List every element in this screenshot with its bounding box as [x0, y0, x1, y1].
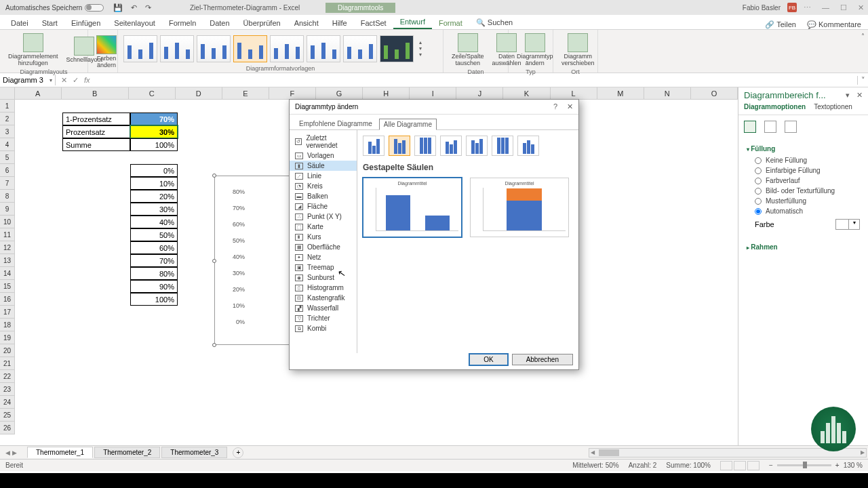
pane-task-dropdown-icon[interactable]: ▾	[846, 91, 850, 100]
subtype-clustered[interactable]	[363, 136, 384, 156]
style-gallery-more[interactable]: ▴▾▾	[419, 39, 422, 58]
subtype-100-stacked[interactable]	[414, 136, 436, 156]
subtype-3d-stacked[interactable]	[466, 136, 488, 156]
type-boxplot[interactable]: ⊟Kastengrafik	[290, 293, 357, 303]
autosave-toggle[interactable]	[85, 4, 104, 12]
dialog-tab-all[interactable]: Alle Diagramme	[379, 119, 437, 130]
view-page-layout-icon[interactable]	[734, 461, 746, 470]
type-area[interactable]: ◢Fläche	[290, 201, 357, 211]
radio-gradient-fill[interactable]: Farbverlauf	[747, 176, 860, 186]
type-templates[interactable]: ▭Vorlagen	[290, 150, 357, 161]
formula-input[interactable]	[96, 79, 857, 81]
share-button[interactable]: 🔗 Teilen	[765, 20, 796, 29]
change-colors-button[interactable]: Farben ändern	[94, 34, 119, 70]
expand-formula-bar-icon[interactable]: ˅	[857, 76, 868, 85]
chart-style-1[interactable]	[123, 35, 157, 62]
subtype-3d-column[interactable]	[517, 136, 539, 156]
radio-picture-fill[interactable]: Bild- oder Texturfüllung	[747, 186, 860, 196]
type-column[interactable]: ▮Säule	[290, 161, 357, 171]
comments-button[interactable]: 💬 Kommentare	[807, 20, 861, 29]
fx-icon[interactable]: fx	[84, 76, 90, 85]
cell-b3[interactable]: Prozentsatz	[62, 125, 130, 138]
tab-start[interactable]: Start	[35, 17, 64, 29]
undo-icon[interactable]: ↶	[131, 3, 137, 12]
search-tab[interactable]: 🔍 Suchen	[469, 16, 519, 29]
type-waterfall[interactable]: ▞Wasserfall	[290, 303, 357, 313]
size-props-icon[interactable]	[785, 121, 797, 133]
subtype-3d-100-stacked[interactable]	[492, 136, 513, 156]
dialog-tab-recommended[interactable]: Empfohlene Diagramme	[295, 119, 376, 130]
type-radar[interactable]: ✦Netz	[290, 252, 357, 262]
type-recent[interactable]: ↺Zuletzt verwendet	[290, 133, 357, 150]
fill-color-picker[interactable]: ▾	[835, 219, 860, 230]
cell-c16[interactable]: 100%	[130, 293, 178, 306]
zoom-slider[interactable]	[777, 464, 831, 466]
redo-icon[interactable]: ↷	[145, 3, 151, 12]
fill-line-icon[interactable]	[744, 121, 756, 133]
type-funnel[interactable]: ▽Trichter	[290, 313, 357, 323]
enter-fx-icon[interactable]: ✓	[73, 76, 79, 85]
tab-ueberpruefen[interactable]: Überprüfen	[237, 17, 288, 29]
chart-style-4[interactable]	[233, 35, 267, 62]
move-chart-button[interactable]: Diagramm verschieben	[559, 32, 597, 68]
tab-ansicht[interactable]: Ansicht	[288, 17, 326, 29]
name-box[interactable]: Diagramm 3▾	[0, 75, 56, 85]
sheet-tab-1[interactable]: Thermometer_1	[27, 447, 93, 458]
type-line[interactable]: ⟋Linie	[290, 171, 357, 181]
cell-c8[interactable]: 20%	[130, 190, 178, 203]
tab-format[interactable]: Format	[432, 17, 469, 29]
cell-b4[interactable]: Summe	[62, 138, 130, 151]
cell-c2[interactable]: 70%	[130, 113, 178, 125]
type-treemap[interactable]: ▣Treemap	[290, 262, 357, 272]
tab-formeln[interactable]: Formeln	[162, 17, 203, 29]
tab-entwurf[interactable]: Entwurf	[393, 16, 432, 29]
ribbon-options-icon[interactable]: ⋯	[804, 3, 811, 12]
type-pie[interactable]: ◔Kreis	[290, 181, 357, 191]
tab-datei[interactable]: Datei	[4, 17, 35, 29]
border-header[interactable]: Rahmen	[747, 241, 860, 253]
pane-close-icon[interactable]: ✕	[856, 91, 863, 100]
pane-tab-text-options[interactable]: Textoptionen	[814, 103, 852, 110]
chart-style-2[interactable]	[160, 35, 194, 62]
chart-preview-2[interactable]: Diagrammtitel	[470, 178, 569, 237]
cell-c13[interactable]: 70%	[130, 254, 178, 267]
cell-c7[interactable]: 10%	[130, 177, 178, 190]
cell-c10[interactable]: 40%	[130, 216, 178, 228]
view-normal-icon[interactable]	[720, 461, 732, 470]
chart-style-3[interactable]	[197, 35, 231, 62]
type-combo[interactable]: ⧉Kombi	[290, 323, 357, 333]
cell-c9[interactable]: 30%	[130, 203, 178, 216]
column-headers[interactable]: ABC DEF GHI JKL MNO	[0, 87, 738, 100]
effects-icon[interactable]	[764, 121, 776, 133]
cell-c3[interactable]: 30%	[130, 125, 178, 138]
zoom-level[interactable]: 130 %	[844, 462, 863, 469]
ok-button[interactable]: OK	[469, 354, 507, 365]
maximize-icon[interactable]: ☐	[840, 3, 847, 12]
subtype-stacked[interactable]	[389, 136, 410, 156]
fill-header[interactable]: Füllung	[747, 142, 860, 155]
tab-daten[interactable]: Daten	[203, 17, 236, 29]
save-icon[interactable]: 💾	[113, 3, 123, 12]
view-page-break-icon[interactable]	[747, 461, 760, 470]
cancel-button[interactable]: Abbrechen	[512, 354, 573, 365]
tab-factset[interactable]: FactSet	[354, 17, 393, 29]
tab-seitenlayout[interactable]: Seitenlayout	[107, 17, 162, 29]
row-headers[interactable]: 1234567891011121314151617181920212223242…	[0, 100, 15, 434]
add-sheet-button[interactable]: +	[233, 447, 243, 458]
zoom-out-icon[interactable]: −	[769, 462, 773, 469]
cell-c12[interactable]: 60%	[130, 241, 178, 254]
cell-c11[interactable]: 50%	[130, 228, 178, 241]
collapse-ribbon-icon[interactable]: ˄	[857, 30, 868, 73]
user-name[interactable]: Fabio Basler	[743, 4, 781, 12]
type-map[interactable]: ⬚Karte	[290, 222, 357, 232]
chart-preview-1[interactable]: Diagrammtitel	[363, 178, 462, 237]
radio-no-fill[interactable]: Keine Füllung	[747, 155, 860, 165]
cancel-fx-icon[interactable]: ✕	[61, 76, 67, 85]
cell-c4[interactable]: 100%	[130, 138, 178, 151]
chart-style-5[interactable]	[270, 35, 304, 62]
switch-row-col-button[interactable]: Zeile/Spalte tauschen	[449, 32, 487, 68]
type-stock[interactable]: ⫼Kurs	[290, 232, 357, 242]
radio-pattern-fill[interactable]: Musterfüllung	[747, 196, 860, 206]
chart-style-8[interactable]	[380, 35, 414, 62]
cell-c15[interactable]: 90%	[130, 280, 178, 293]
